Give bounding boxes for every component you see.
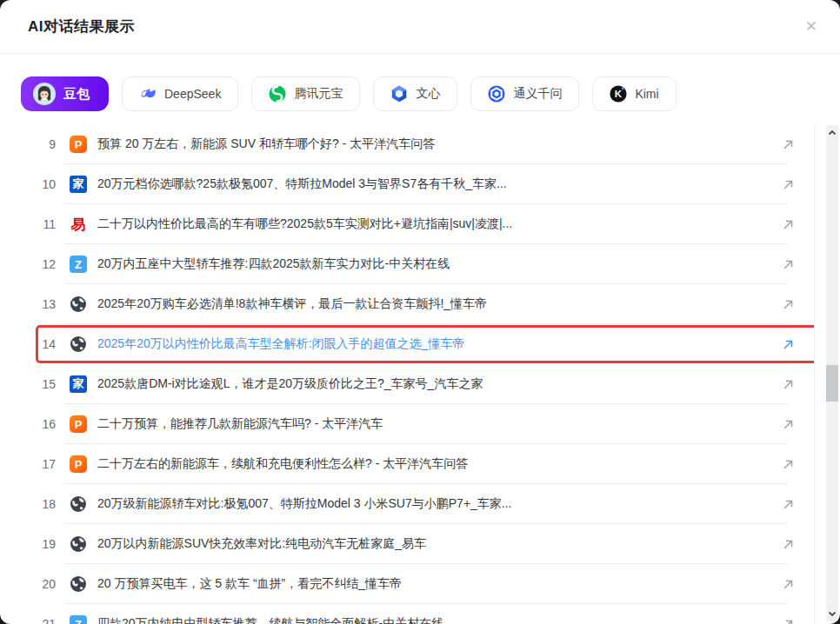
result-title: 20万元档你选哪款?25款极氪007、特斯拉Model 3与智界S7各有千秋_车… <box>97 176 782 192</box>
svg-text:K: K <box>615 89 623 99</box>
result-number: 17 <box>33 457 56 471</box>
kimi-icon: K <box>610 85 627 103</box>
result-row[interactable]: 17 P 二十万左右的新能源车，续航和充电便利性怎么样? - 太平洋汽车问答 <box>0 444 814 484</box>
result-number: 12 <box>33 257 56 271</box>
result-title: 20 万预算买电车，这 5 款车 “血拼”，看完不纠结_懂车帝 <box>97 576 782 592</box>
autohome-icon: 家 <box>70 375 87 393</box>
open-link-icon[interactable] <box>782 418 795 431</box>
tab-label: 豆包 <box>63 86 90 103</box>
result-number: 13 <box>33 297 56 311</box>
result-row[interactable]: 15 家 2025款唐DM-i对比途观L，谁才是20万级质价比之王?_车家号_汽… <box>0 364 814 404</box>
globe-icon <box>70 295 87 313</box>
result-title: 2025款唐DM-i对比途观L，谁才是20万级质价比之王?_车家号_汽车之家 <box>97 376 782 392</box>
ai-results-modal: AI对话结果展示 ✕ 豆包 DeepSeek 腾讯元宝 文心 <box>0 0 840 624</box>
result-title: 20万级新能源轿车对比:极氪007、特斯拉Model 3 小米SU7与小鹏P7+… <box>97 496 782 512</box>
result-number: 19 <box>33 537 56 551</box>
tab-deepseek[interactable]: DeepSeek <box>122 76 238 111</box>
close-icon[interactable]: ✕ <box>800 14 823 39</box>
tab-doubao[interactable]: 豆包 <box>21 76 109 111</box>
result-title: 二十万以内性价比最高的车有哪些?2025款5车实测对比+避坑指南|suv|凌渡|… <box>97 216 782 232</box>
tab-label: 腾讯元宝 <box>294 86 343 102</box>
open-link-icon[interactable] <box>782 458 795 471</box>
result-number: 15 <box>33 377 56 391</box>
tencent-yuanbao-icon <box>269 85 286 103</box>
open-link-icon[interactable] <box>782 578 795 591</box>
result-number: 20 <box>33 577 56 591</box>
result-number: 11 <box>33 217 56 231</box>
result-row[interactable]: 10 家 20万元档你选哪款?25款极氪007、特斯拉Model 3与智界S7各… <box>0 164 814 204</box>
globe-icon <box>70 575 87 593</box>
open-link-icon[interactable] <box>782 378 795 391</box>
result-title: 2025年20万购车必选清单!8款神车横评，最后一款让合资车颤抖!_懂车帝 <box>97 296 782 312</box>
result-row[interactable]: 13 2025年20万购车必选清单!8款神车横评，最后一款让合资车颤抖!_懂车帝 <box>0 284 814 324</box>
pcauto-icon: P <box>70 455 87 473</box>
open-link-icon[interactable] <box>782 218 795 231</box>
scroll-up-icon[interactable] <box>826 127 838 139</box>
result-number: 9 <box>33 137 56 151</box>
modal-title: AI对话结果展示 <box>28 17 135 37</box>
result-row[interactable]: 9 P 预算 20 万左右，新能源 SUV 和轿车哪个好? - 太平洋汽车问答 <box>0 124 814 164</box>
tab-tongyi-qianwen[interactable]: 通义千问 <box>470 76 579 111</box>
result-title: 20万以内新能源SUV快充效率对比:纯电动汽车无桩家庭_易车 <box>97 536 782 552</box>
result-row[interactable]: 12 Z 20万内五座中大型轿车推荐:四款2025款新车实力对比-中关村在线 <box>0 244 814 284</box>
result-number: 21 <box>33 617 56 624</box>
pcauto-icon: P <box>70 415 87 433</box>
scroll-down-icon[interactable] <box>826 607 838 620</box>
tab-label: 文心 <box>416 86 440 102</box>
result-title: 二十万预算，能推荐几款新能源汽车吗? - 太平洋汽车 <box>97 416 782 432</box>
result-title: 二十万左右的新能源车，续航和充电便利性怎么样? - 太平洋汽车问答 <box>97 456 782 472</box>
result-number: 10 <box>33 177 56 191</box>
autohome-icon: 家 <box>70 176 87 193</box>
result-number: 14 <box>33 337 56 351</box>
zol-icon: Z <box>70 256 87 273</box>
result-title: 20万内五座中大型轿车推荐:四款2025款新车实力对比-中关村在线 <box>97 256 782 272</box>
pcauto-icon: P <box>70 136 87 153</box>
open-link-icon[interactable] <box>782 498 795 511</box>
scrollbar[interactable] <box>826 125 838 621</box>
result-row[interactable]: 14 2025年20万以内性价比最高车型全解析:闭眼入手的超值之选_懂车帝 <box>0 324 814 364</box>
open-link-icon[interactable] <box>782 298 795 311</box>
modal-header: AI对话结果展示 ✕ <box>0 0 840 54</box>
open-link-icon[interactable] <box>782 258 795 271</box>
tab-wenxin[interactable]: 文心 <box>373 76 457 111</box>
wenxin-cube-icon <box>390 85 408 103</box>
tab-tencent-yuanbao[interactable]: 腾讯元宝 <box>251 76 360 111</box>
result-number: 18 <box>33 497 56 511</box>
result-title: 四款20万内纯电中型轿车推荐，续航与智能全面解析-中关村在线 <box>97 616 782 624</box>
deepseek-whale-icon <box>139 85 157 103</box>
model-tabs: 豆包 DeepSeek 腾讯元宝 文心 通义千问 <box>0 54 840 123</box>
tab-label: DeepSeek <box>164 87 221 101</box>
result-row[interactable]: 11 易 二十万以内性价比最高的车有哪些?2025款5车实测对比+避坑指南|su… <box>0 204 814 244</box>
content-divider <box>814 124 815 624</box>
globe-icon <box>70 535 87 553</box>
tab-label: 通义千问 <box>513 86 562 102</box>
result-row[interactable]: 20 20 万预算买电车，这 5 款车 “血拼”，看完不纠结_懂车帝 <box>0 564 814 604</box>
result-number: 16 <box>33 417 56 431</box>
tab-kimi[interactable]: K Kimi <box>592 76 676 111</box>
zol-icon: Z <box>70 615 87 624</box>
open-link-icon[interactable] <box>782 178 795 191</box>
result-row[interactable]: 16 P 二十万预算，能推荐几款新能源汽车吗? - 太平洋汽车 <box>0 404 814 444</box>
result-row[interactable]: 21 Z 四款20万内纯电中型轿车推荐，续航与智能全面解析-中关村在线 <box>0 604 814 624</box>
result-title: 2025年20万以内性价比最高车型全解析:闭眼入手的超值之选_懂车帝 <box>97 336 782 352</box>
open-link-icon[interactable] <box>782 618 795 624</box>
scrollbar-thumb[interactable] <box>826 365 838 402</box>
yiche-icon: 易 <box>70 216 87 233</box>
tab-label: Kimi <box>635 87 658 101</box>
result-row[interactable]: 18 20万级新能源轿车对比:极氪007、特斯拉Model 3 小米SU7与小鹏… <box>0 484 814 524</box>
doubao-avatar-icon <box>33 83 56 105</box>
open-link-icon[interactable] <box>782 338 795 351</box>
results-list: 9 P 预算 20 万左右，新能源 SUV 和轿车哪个好? - 太平洋汽车问答 … <box>0 124 814 624</box>
globe-icon <box>70 335 87 353</box>
open-link-icon[interactable] <box>782 538 795 551</box>
result-row[interactable]: 19 20万以内新能源SUV快充效率对比:纯电动汽车无桩家庭_易车 <box>0 524 814 564</box>
open-link-icon[interactable] <box>782 138 795 151</box>
tongyi-qianwen-icon <box>488 85 505 103</box>
globe-icon <box>70 495 87 513</box>
result-title: 预算 20 万左右，新能源 SUV 和轿车哪个好? - 太平洋汽车问答 <box>97 136 782 152</box>
